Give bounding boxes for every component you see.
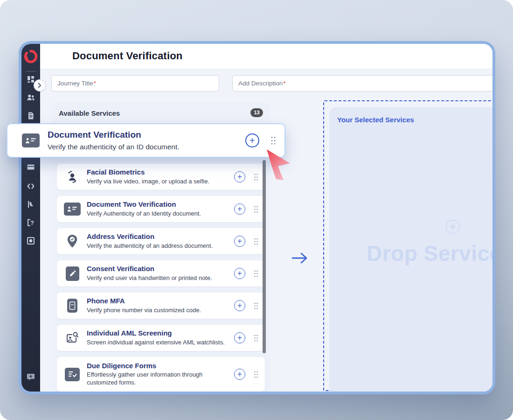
- new-chat-icon[interactable]: [26, 373, 35, 382]
- service-description: Verify phone number via customized code.: [87, 307, 201, 315]
- service-card-address[interactable]: Address Verification Verify the authenti…: [57, 228, 265, 254]
- add-service-button[interactable]: +: [245, 133, 259, 147]
- add-service-button[interactable]: +: [234, 300, 245, 311]
- consent-note-icon: [63, 266, 81, 281]
- drag-cursor-icon: [265, 148, 292, 183]
- page-header: Document Verification: [40, 44, 492, 69]
- drag-handle-icon[interactable]: [270, 136, 276, 145]
- left-sidebar: ?: [21, 44, 40, 392]
- selected-services-header: Your Selected Services: [337, 116, 414, 124]
- required-mark: *: [94, 80, 96, 87]
- flag-icon[interactable]: [27, 200, 35, 209]
- drag-handle-icon[interactable]: [254, 270, 258, 278]
- drop-services-placeholder: Drop Services: [367, 241, 495, 266]
- svg-text:?: ?: [30, 219, 34, 226]
- service-title: Due Diligence Forms: [87, 362, 229, 370]
- service-title: Document Two Verification: [87, 200, 201, 208]
- drop-plus-icon: +: [446, 220, 460, 234]
- service-title: Individual AML Screening: [87, 329, 225, 337]
- service-title: Phone MFA: [87, 297, 201, 305]
- main-content: Journey Title* Add Description* Availabl…: [40, 69, 492, 392]
- add-service-button[interactable]: +: [234, 203, 245, 215]
- help-icon[interactable]: ?: [27, 218, 35, 227]
- drag-handle-icon[interactable]: [254, 205, 258, 213]
- service-card-aml-screening[interactable]: Individual AML Screening Screen individu…: [57, 325, 265, 351]
- service-description: Verify via live video, image, or upload …: [87, 178, 209, 186]
- dashboard-icon[interactable]: [27, 75, 35, 84]
- dragged-card-description: Verify the authenticity of an ID documen…: [48, 142, 180, 151]
- service-description: Verify the authenticity of an address do…: [87, 242, 213, 250]
- service-description: Screen individual against extensive AML …: [87, 339, 225, 347]
- add-service-button[interactable]: +: [234, 332, 245, 343]
- brand-logo-icon: [23, 49, 39, 66]
- app-window: ? Document Verification: [19, 41, 495, 394]
- services-count-badge: 13: [250, 108, 263, 117]
- desktop-background: ? Document Verification: [0, 0, 513, 420]
- add-service-button[interactable]: +: [234, 369, 245, 380]
- drag-handle-icon[interactable]: [254, 173, 258, 181]
- sidebar-collapse-button[interactable]: [34, 79, 46, 91]
- record-icon[interactable]: [27, 237, 35, 245]
- available-services-header: Available Services: [59, 109, 120, 117]
- phone-icon: [63, 299, 81, 313]
- checklist-form-icon: [63, 368, 81, 381]
- list-scrollbar[interactable]: [263, 160, 266, 353]
- id-card-icon: [21, 133, 40, 147]
- description-placeholder: Add Description: [238, 80, 283, 87]
- service-card-phone-mfa[interactable]: Phone MFA Verify phone number via custom…: [57, 293, 265, 319]
- sidebar-divider: [26, 71, 36, 72]
- transfer-arrow-icon: [291, 251, 309, 267]
- add-service-button[interactable]: +: [234, 268, 245, 279]
- service-description: Effortlessly gather user information thr…: [87, 371, 229, 387]
- service-title: Address Verification: [87, 232, 213, 240]
- service-card-document-two[interactable]: Document Two Verification Verify Authent…: [57, 196, 265, 222]
- add-service-button[interactable]: +: [234, 171, 245, 182]
- dragged-card-title: Document Verification: [48, 130, 180, 140]
- dragged-service-card[interactable]: Document Verification Verify the authent…: [7, 123, 285, 158]
- drag-handle-icon[interactable]: [254, 302, 258, 310]
- face-scan-icon: [63, 170, 81, 184]
- users-icon[interactable]: [27, 93, 35, 102]
- service-card-facial-biometrics[interactable]: Facial Biometrics Verify via live video,…: [57, 164, 265, 190]
- add-service-button[interactable]: +: [234, 236, 245, 247]
- page-title: Document Verification: [72, 50, 182, 62]
- service-title: Consent Verification: [87, 265, 212, 273]
- id-card-icon: [63, 203, 81, 216]
- map-pin-check-icon: [63, 234, 81, 248]
- drag-handle-icon[interactable]: [254, 371, 258, 378]
- required-mark: *: [283, 80, 285, 87]
- service-card-consent[interactable]: Consent Verification Verify end user via…: [57, 260, 265, 287]
- journey-title-placeholder: Journey Title: [57, 80, 93, 87]
- document-icon[interactable]: [27, 112, 35, 120]
- description-input[interactable]: Add Description*: [232, 75, 495, 91]
- journey-title-input[interactable]: Journey Title*: [51, 75, 219, 91]
- service-description: Verify Authenticity of an Identity docum…: [87, 210, 201, 218]
- service-title: Facial Biometrics: [87, 168, 209, 176]
- drag-handle-icon[interactable]: [254, 238, 258, 245]
- service-description: Verify end user via handwritten or print…: [87, 274, 212, 282]
- service-card-due-diligence[interactable]: Due Diligence Forms Effortlessly gather …: [57, 357, 265, 392]
- panel-icon[interactable]: [27, 163, 35, 171]
- code-icon[interactable]: [27, 182, 35, 190]
- drag-handle-icon[interactable]: [254, 334, 258, 342]
- person-search-icon: [63, 331, 81, 345]
